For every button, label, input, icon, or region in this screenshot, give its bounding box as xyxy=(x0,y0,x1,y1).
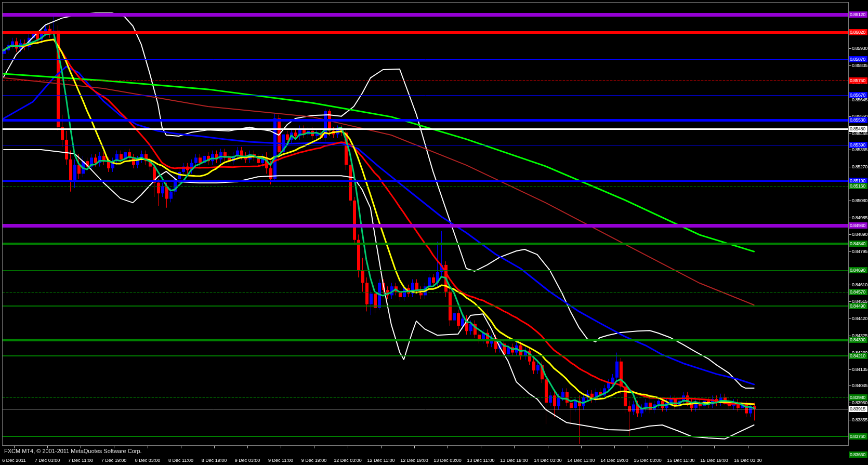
price-chart-canvas[interactable] xyxy=(0,0,868,465)
mt4-chart-window: 0.859300.858350.857400.856450.855500.854… xyxy=(0,0,868,465)
